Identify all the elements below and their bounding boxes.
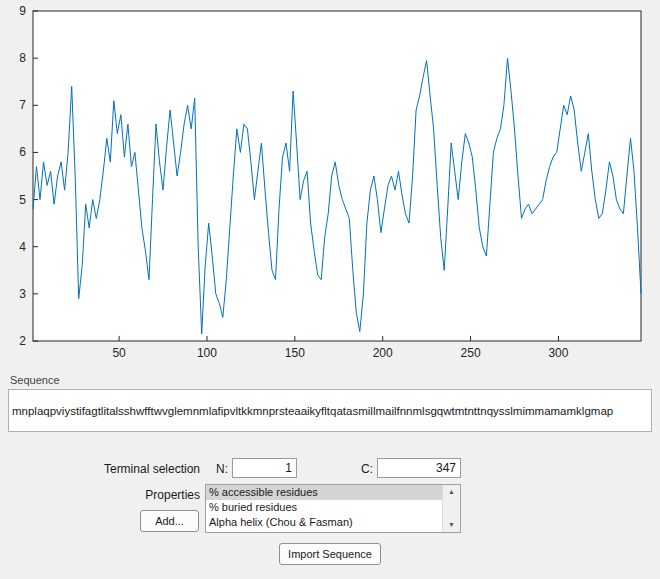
scroll-down-icon[interactable]: ▼ — [443, 518, 460, 532]
svg-text:4: 4 — [19, 240, 26, 254]
svg-text:6: 6 — [19, 145, 26, 159]
properties-list-items: % accessible residues% buried residuesAl… — [206, 485, 442, 532]
listbox-scrollbar[interactable]: ▲ ▼ — [442, 485, 460, 532]
terminal-selection-label: Terminal selection — [60, 462, 200, 476]
n-terminal-input[interactable] — [232, 458, 297, 478]
svg-text:100: 100 — [197, 346, 217, 360]
svg-text:200: 200 — [373, 346, 393, 360]
properties-listbox[interactable]: % accessible residues% buried residuesAl… — [205, 484, 461, 533]
svg-text:50: 50 — [112, 346, 126, 360]
sequence-label: Sequence — [10, 374, 60, 386]
sequence-tool-window: 5010015020025030023456789 Sequence Termi… — [0, 0, 660, 579]
n-terminal-label: N: — [216, 462, 228, 476]
property-list-item[interactable]: % buried residues — [206, 500, 442, 515]
svg-text:5: 5 — [19, 193, 26, 207]
add-property-button[interactable]: Add... — [140, 510, 199, 532]
svg-text:9: 9 — [19, 4, 26, 18]
svg-text:150: 150 — [285, 346, 305, 360]
property-list-item[interactable]: % accessible residues — [206, 485, 442, 500]
svg-text:8: 8 — [19, 51, 26, 65]
properties-label: Properties — [60, 488, 200, 502]
svg-text:3: 3 — [19, 287, 26, 301]
c-terminal-input[interactable] — [377, 458, 461, 478]
property-plot: 5010015020025030023456789 — [0, 0, 660, 366]
property-list-item[interactable]: Alpha helix (Chou & Fasman) — [206, 515, 442, 530]
import-sequence-button[interactable]: Import Sequence — [279, 543, 381, 565]
scroll-up-icon[interactable]: ▲ — [443, 485, 460, 499]
svg-text:2: 2 — [19, 334, 26, 348]
svg-text:300: 300 — [548, 346, 568, 360]
c-terminal-label: C: — [361, 462, 373, 476]
svg-text:7: 7 — [19, 98, 26, 112]
sequence-input[interactable] — [8, 389, 652, 432]
svg-text:250: 250 — [461, 346, 481, 360]
